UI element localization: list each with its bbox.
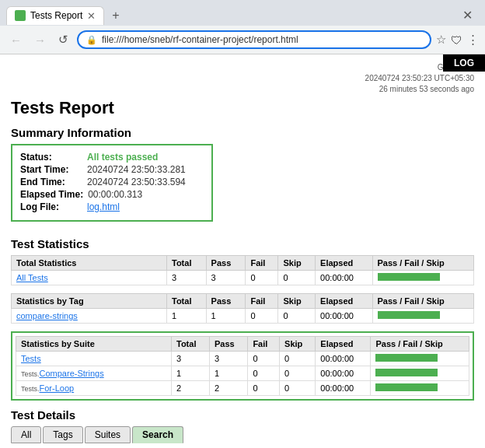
status-value: All tests passed <box>87 152 158 163</box>
for-loop-suite-row: Tests.For-Loop 2 2 0 0 00:00:00 <box>16 381 469 396</box>
new-tab-button[interactable]: + <box>106 5 125 26</box>
tag-stats-header: Statistics by Tag <box>12 294 167 309</box>
test-details-tabs: All Tags Suites Search <box>11 426 474 443</box>
elapsed-label: Elapsed Time: <box>20 189 83 200</box>
suite-stats-box: Statistics by Suite Total Pass Fail Skip… <box>11 331 474 401</box>
end-label: End Time: <box>20 177 82 187</box>
lock-icon: 🔒 <box>86 35 97 45</box>
tests-suite-row: Tests 3 3 0 0 00:00:00 <box>16 352 469 366</box>
generated-info: Generated 20240724 23:50:23 UTC+05:30 26… <box>11 62 474 95</box>
page-title: Tests Report <box>11 98 474 118</box>
suite-stats-header: Statistics by Suite <box>16 337 172 352</box>
elapsed-value: 00:00:00.313 <box>88 189 142 200</box>
reload-button[interactable]: ↺ <box>54 31 72 48</box>
suite-stats-table: Statistics by Suite Total Pass Fail Skip… <box>16 336 469 396</box>
start-label: Start Time: <box>20 164 82 175</box>
browser-chrome: Tests Report ✕ + ✕ ← → ↺ 🔒 file:///home/… <box>0 0 485 54</box>
all-tests-link[interactable]: All Tests <box>16 273 48 282</box>
tests-suite-link[interactable]: Tests <box>21 354 41 363</box>
tab-favicon <box>15 10 26 21</box>
end-value: 20240724 23:50:33.594 <box>87 177 186 187</box>
tab-suites[interactable]: Suites <box>85 426 131 443</box>
back-button[interactable]: ← <box>6 32 26 48</box>
tab-title: Tests Report <box>30 10 82 21</box>
all-tests-row: All Tests 3 3 0 0 00:00:00 <box>12 271 474 285</box>
address-text: file:///home/sneb/rf-container-project/r… <box>102 34 422 45</box>
address-bar[interactable]: 🔒 file:///home/sneb/rf-container-project… <box>77 30 431 49</box>
forward-button[interactable]: → <box>30 32 50 48</box>
tab-bar: Tests Report ✕ + ✕ <box>0 0 485 26</box>
active-tab[interactable]: Tests Report ✕ <box>6 6 104 25</box>
window-close-button[interactable]: ✕ <box>456 5 479 26</box>
browser-window: Tests Report ✕ + ✕ ← → ↺ 🔒 file:///home/… <box>0 0 485 448</box>
logfile-link[interactable]: log.html <box>87 201 120 212</box>
tab-search[interactable]: Search <box>132 426 183 443</box>
start-value: 20240724 23:50:33.281 <box>87 164 186 175</box>
bookmark-icon[interactable]: ☆ <box>436 33 446 47</box>
compare-strings-tag-row: compare-strings 1 1 0 0 00:00:00 <box>12 309 474 324</box>
compare-strings-suite-row: Tests.Compare-Strings 1 1 0 0 00:00:00 <box>16 366 469 381</box>
test-details: Test Details All Tags Suites Search Suit… <box>11 408 474 448</box>
test-details-title: Test Details <box>11 408 474 422</box>
logfile-label: Log File: <box>20 201 82 212</box>
summary-title: Summary Information <box>11 126 474 139</box>
tag-stats-table: Statistics by Tag Total Pass Fail Skip E… <box>11 293 474 324</box>
shield-icon[interactable]: 🛡 <box>451 33 462 47</box>
nav-bar: ← → ↺ 🔒 file:///home/sneb/rf-container-p… <box>0 26 485 54</box>
compare-strings-tag-link[interactable]: compare-strings <box>16 311 78 320</box>
page-content: LOG Generated 20240724 23:50:23 UTC+05:3… <box>0 54 485 448</box>
total-stats-header: Total Statistics <box>12 256 167 271</box>
test-statistics-title: Test Statistics <box>11 237 474 250</box>
menu-icon[interactable]: ⋮ <box>467 33 479 47</box>
summary-box: Status: All tests passed Start Time: 202… <box>11 144 213 222</box>
tab-tags[interactable]: Tags <box>43 426 82 443</box>
total-stats-table: Total Statistics Total Pass Fail Skip El… <box>11 255 474 285</box>
tab-close-button[interactable]: ✕ <box>87 10 96 22</box>
tab-all[interactable]: All <box>11 426 41 443</box>
for-loop-suite-link[interactable]: For-Loop <box>40 383 75 393</box>
compare-strings-suite-link[interactable]: Compare-Strings <box>40 369 104 378</box>
status-label: Status: <box>20 152 82 163</box>
log-button[interactable]: LOG <box>443 54 485 72</box>
